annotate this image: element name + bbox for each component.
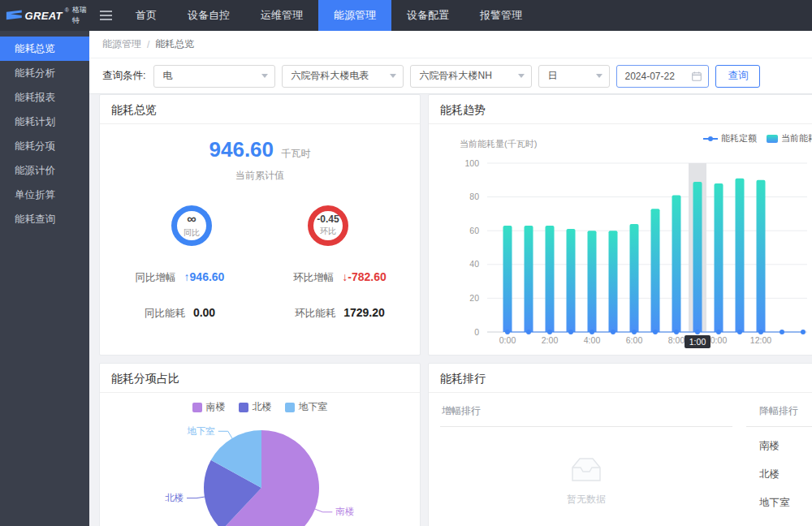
yoy-gauge-value: ∞: [187, 213, 196, 226]
brand-cn: 格瑞特: [72, 5, 91, 26]
svg-text:北楼: 北楼: [165, 493, 184, 502]
chevron-down-icon: [518, 74, 525, 78]
nav-item-device-config[interactable]: 设备配置: [391, 0, 464, 31]
mom-increase-stat: 环比增幅 ↓-782.60: [260, 270, 420, 285]
legend-item-quota[interactable]: 能耗定额: [703, 132, 757, 144]
sidebar-item-energy-analysis[interactable]: 能耗分析: [0, 61, 89, 85]
period-value: 日: [547, 69, 557, 83]
nav-item-energy-management[interactable]: 能源管理: [318, 0, 391, 31]
nav-item-ops-management[interactable]: 运维管理: [245, 0, 318, 31]
svg-text:8:00: 8:00: [668, 335, 685, 345]
ranking-columns: 增幅排行 暂无数据 降幅排行 南楼 北楼: [429, 393, 812, 517]
brand-name: GREAT: [25, 10, 63, 22]
brand-reg: ®: [65, 7, 69, 13]
svg-text:0: 0: [474, 327, 479, 337]
calendar-icon: [692, 71, 702, 81]
meter-select[interactable]: 六院骨科大楼电表: [282, 65, 404, 88]
brand-flag-icon: [6, 9, 23, 22]
query-label: 查询条件:: [102, 69, 145, 83]
breadcrumb-separator: /: [147, 39, 149, 50]
rank-row: 地下室: [746, 489, 812, 517]
increase-ranking-title: 增幅排行: [440, 403, 732, 427]
sidebar-item-energy-overview[interactable]: 能耗总览: [0, 37, 89, 61]
nav-item-device-autocontrol[interactable]: 设备自控: [172, 0, 245, 31]
svg-text:1:00: 1:00: [689, 337, 706, 347]
svg-text:0:00: 0:00: [710, 335, 728, 345]
legend-item-current[interactable]: 当前能耗: [767, 132, 812, 144]
sidebar-item-energy-report[interactable]: 能耗报表: [0, 85, 89, 110]
node-value: 六院骨科大楼NH: [419, 69, 491, 83]
period-select[interactable]: 日: [538, 65, 610, 88]
svg-text:12:00: 12:00: [750, 335, 771, 345]
panel-title: 能耗总览: [100, 95, 420, 124]
sidebar-item-energy-query[interactable]: 能耗查询: [0, 207, 89, 231]
panel-title: 能耗排行: [429, 364, 812, 393]
sidebar-item-unit-conversion[interactable]: 单位折算: [0, 183, 89, 207]
mom-energy-stat: 环比能耗 1729.20: [260, 306, 420, 321]
panel-energy-ranking: 能耗排行 增幅排行 暂无数据 降幅排行: [428, 363, 812, 526]
current-total-value: 946.60 千瓦时: [100, 137, 420, 162]
panel-title: 能耗分项占比: [100, 364, 420, 393]
decrease-ranking-title: 降幅排行: [746, 403, 812, 427]
svg-text:60: 60: [469, 226, 479, 235]
pie-chart: 南楼北楼地下室: [100, 411, 420, 526]
svg-text:南楼: 南楼: [335, 507, 355, 516]
decrease-ranking-list: 南楼 北楼 地下室: [746, 432, 812, 517]
mom-gauge-value: -0.45: [317, 214, 339, 224]
svg-text:4:00: 4:00: [584, 335, 601, 345]
yoy-gauge-label: 同比: [184, 227, 200, 239]
top-navbar: GREAT ® 格瑞特 首页 设备自控 运维管理 能源管理 设备配置 报警管理: [0, 0, 812, 31]
top-nav: 首页 设备自控 运维管理 能源管理 设备配置 报警管理: [120, 0, 538, 31]
trend-legend: 能耗定额 当前能耗: [703, 132, 812, 144]
yoy-energy-stat: 同比能耗 0.00: [100, 306, 260, 321]
chevron-down-icon: [261, 74, 268, 78]
yoy-gauge: ∞ 同比: [171, 205, 212, 246]
svg-text:地下室: 地下室: [187, 426, 215, 436]
sidebar-item-energy-pricing[interactable]: 能源计价: [0, 158, 89, 183]
total-kwh-number: 946.60: [209, 137, 274, 162]
query-bar: 查询条件: 电 六院骨科大楼电表 六院骨科大楼NH 日 2024-07-22: [89, 58, 812, 94]
date-picker[interactable]: 2024-07-22: [616, 65, 709, 88]
increase-ranking-column: 增幅排行 暂无数据: [440, 403, 732, 517]
brand-logo: GREAT ® 格瑞特: [0, 0, 91, 31]
ratio-gauges: ∞ 同比 -0.45 环比: [100, 205, 420, 246]
decrease-ranking-column: 降幅排行 南楼 北楼 地下室: [746, 403, 812, 517]
svg-text:20: 20: [469, 293, 479, 303]
main-content: 能源管理 / 能耗总览 查询条件: 电 六院骨科大楼电表 六院骨科大楼NH 日: [89, 31, 812, 526]
panel-energy-trend: 能耗趋势 能耗定额 当前能耗 020406080100当前能耗量(千瓦时)0:0…: [428, 94, 812, 356]
svg-text:6:00: 6:00: [626, 335, 643, 345]
svg-text:40: 40: [469, 259, 479, 269]
sidebar-item-energy-subitem[interactable]: 能耗分项: [0, 134, 89, 158]
breadcrumb-parent[interactable]: 能源管理: [102, 37, 141, 51]
mom-gauge-label: 环比: [320, 226, 336, 237]
node-select[interactable]: 六院骨科大楼NH: [410, 65, 532, 88]
nav-item-alarm-management[interactable]: 报警管理: [464, 0, 538, 31]
total-caption: 当前累计值: [100, 169, 420, 183]
nav-item-home[interactable]: 首页: [120, 0, 172, 31]
meter-value: 六院骨科大楼电表: [291, 69, 369, 83]
breadcrumb: 能源管理 / 能耗总览: [89, 31, 812, 58]
energy-type-select[interactable]: 电: [153, 65, 275, 88]
sidebar-collapse-icon[interactable]: [91, 0, 120, 31]
empty-state: 暂无数据: [440, 455, 732, 507]
yoy-increase-stat: 同比增幅 ↑946.60: [100, 270, 260, 285]
app-root: GREAT ® 格瑞特 首页 设备自控 运维管理 能源管理 设备配置 报警管理 …: [0, 0, 812, 526]
mom-gauge: -0.45 环比: [308, 205, 348, 246]
svg-text:0:00: 0:00: [499, 335, 516, 345]
gradient-bar-icon: [767, 135, 778, 143]
up-arrow-icon: ↑: [184, 270, 190, 283]
search-button[interactable]: 查询: [715, 65, 760, 88]
trend-chart: 020406080100当前能耗量(千瓦时)0:002:004:006:008:…: [429, 126, 812, 356]
total-kwh-unit: 千瓦时: [281, 148, 310, 159]
sidebar-item-energy-plan[interactable]: 能耗计划: [0, 110, 89, 134]
sidebar: 能耗总览 能耗分析 能耗报表 能耗计划 能耗分项 能源计价 单位折算 能耗查询: [0, 31, 89, 526]
breadcrumb-current: 能耗总览: [155, 37, 194, 51]
dashboard-panels: 能耗总览 946.60 千瓦时 当前累计值 ∞ 同比 -0.45 环比: [99, 94, 812, 526]
rank-row: 南楼: [746, 432, 812, 460]
empty-text: 暂无数据: [567, 493, 606, 507]
panel-energy-subitem-share: 能耗分项占比 南楼 北楼 地下室 南楼北楼地下室: [99, 363, 421, 526]
panel-title: 能耗趋势: [429, 95, 812, 124]
svg-text:80: 80: [469, 192, 479, 201]
rank-row: 北楼: [746, 460, 812, 489]
panel-energy-overview: 能耗总览 946.60 千瓦时 当前累计值 ∞ 同比 -0.45 环比: [99, 94, 421, 356]
